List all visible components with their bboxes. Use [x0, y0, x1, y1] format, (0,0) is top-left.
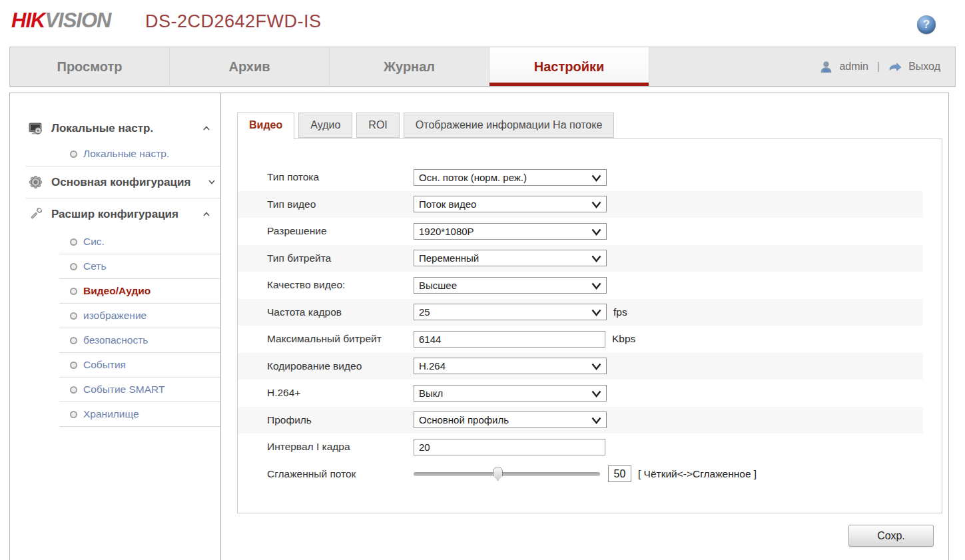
tab-label: Отображение информации На потоке [416, 119, 603, 131]
tab-roi[interactable]: ROI [356, 113, 399, 138]
field-label: Максимальный битрейт [267, 333, 414, 345]
app-header: HIKVISION DS-2CD2642FWD-IS ? [0, 0, 965, 45]
form-row-max-bitrate: Максимальный битрейт Kbps [238, 326, 942, 353]
sidebar-item-label: Событие SMART [83, 384, 165, 396]
video-type-select[interactable]: Поток видео [414, 196, 607, 212]
sidebar-item-label: Видео/Аудио [83, 285, 151, 297]
chevron-down-icon [591, 174, 601, 182]
tab-label: Видео [249, 119, 282, 131]
video-encoding-select[interactable]: H.264 [414, 358, 607, 374]
radio-bullet-icon [70, 238, 77, 246]
sidebar-item-local-settings[interactable]: Локальные настр. [10, 142, 220, 166]
sidebar-item-image[interactable]: изображение [10, 304, 220, 328]
form-rows: Тип потока Осн. поток (норм. реж.) Тип в… [238, 164, 942, 487]
select-value: Выкл [419, 388, 443, 399]
sidebar-group-basic-config[interactable]: Основная конфигурация [10, 166, 220, 198]
tab-video[interactable]: Видео [237, 113, 294, 139]
smooth-stream-slider[interactable] [414, 465, 600, 482]
nav-tab-label: Архив [228, 59, 270, 74]
sidebar-group-advanced-config[interactable]: Расшир конфигурация [10, 198, 220, 230]
form-row-stream-type: Тип потока Осн. поток (норм. реж.) [238, 164, 942, 191]
sidebar-item-label: Хранилище [83, 408, 139, 420]
advanced-config-icon [29, 207, 43, 221]
field-label: Тип потока [267, 171, 414, 183]
chevron-down-icon [591, 255, 601, 262]
sidebar-group-label: Локальные настр. [51, 122, 153, 135]
main-nav: Просмотр Архив Журнал Настройки admin | … [9, 47, 956, 87]
sidebar-item-network[interactable]: Сеть [10, 254, 220, 278]
logout-icon [888, 60, 902, 74]
select-value: Основной профиль [419, 414, 509, 425]
username: admin [839, 61, 868, 73]
sidebar-item-label: безопасность [83, 334, 148, 346]
form-row-smooth-stream: Сглаженный поток 50 [ Чёткий<->Сглаженно… [238, 461, 942, 488]
field-label: Сглаженный поток [267, 468, 414, 480]
radio-bullet-icon [70, 150, 77, 158]
sidebar-group-local-settings[interactable]: Локальные настр. [10, 115, 220, 142]
field-label: Разрешение [267, 225, 414, 237]
sidebar-item-security[interactable]: безопасность [10, 328, 220, 352]
content-tabs: Видео Аудио ROI Отображение информации Н… [237, 113, 618, 139]
unit-label: fps [613, 306, 627, 318]
select-value: 25 [419, 306, 430, 318]
logo-text-red: HIK [11, 9, 45, 32]
nav-tab-playback[interactable]: Архив [170, 47, 330, 86]
logout-label[interactable]: Выход [908, 61, 940, 73]
slider-handle[interactable] [493, 467, 503, 481]
sidebar-item-label: Сис. [83, 236, 105, 248]
slider-value-box[interactable]: 50 [608, 465, 631, 482]
sidebar-item-label: События [83, 359, 126, 371]
profile-select[interactable]: Основной профиль [414, 412, 607, 428]
resolution-select[interactable]: 1920*1080P [414, 223, 607, 240]
h264-plus-select[interactable]: Выкл [414, 385, 607, 402]
save-button[interactable]: Сохр. [848, 525, 934, 547]
field-label: Тип видео [267, 198, 414, 210]
field-label: H.264+ [267, 387, 414, 399]
max-bitrate-input[interactable] [414, 331, 605, 348]
field-label: Качество видео: [267, 279, 414, 291]
chevron-down-icon [591, 363, 601, 370]
tab-stream-info-display[interactable]: Отображение информации На потоке [404, 113, 615, 138]
sidebar-item-smart-event[interactable]: Событие SMART [10, 378, 220, 402]
sidebar-item-storage[interactable]: Хранилище [10, 402, 220, 426]
radio-bullet-icon [70, 386, 77, 394]
nav-tab-log[interactable]: Журнал [330, 47, 489, 86]
sidebar-divider [59, 426, 220, 427]
chevron-down-icon [591, 201, 601, 208]
chevron-up-icon [203, 126, 210, 131]
nav-tabs: Просмотр Архив Журнал Настройки [10, 47, 649, 86]
basic-config-icon [29, 175, 43, 189]
video-quality-select[interactable]: Высшее [414, 277, 607, 294]
user-icon [819, 60, 833, 74]
nav-tab-label: Настройки [534, 59, 605, 74]
stream-type-select[interactable]: Осн. поток (норм. реж.) [414, 169, 607, 186]
sidebar-item-system[interactable]: Сис. [10, 230, 220, 254]
frame-rate-select[interactable]: 25 [414, 304, 607, 320]
nav-tab-live-view[interactable]: Просмотр [10, 47, 170, 86]
help-icon[interactable]: ? [917, 15, 936, 34]
radio-bullet-icon [70, 362, 77, 369]
tab-audio[interactable]: Аудио [298, 113, 352, 138]
form-row-i-frame-interval: Интервал I кадра [238, 433, 942, 461]
field-label: Интервал I кадра [267, 441, 414, 453]
select-value: 1920*1080P [419, 226, 474, 237]
logo-text-gray: VISION [45, 9, 111, 32]
form-row-profile: Профиль Основной профиль [238, 407, 923, 434]
sidebar-item-video-audio[interactable]: Видео/Аудио [10, 279, 220, 303]
i-frame-interval-input[interactable] [414, 439, 605, 455]
field-label: Тип битрейта [267, 252, 414, 264]
chevron-down-icon [591, 282, 601, 290]
form-row-bitrate-type: Тип битрейта Переменный [238, 245, 923, 272]
field-label: Кодирование видео [267, 360, 414, 372]
tab-label: ROI [368, 119, 387, 131]
content-frame: Локальные настр. Локальные настр. [9, 93, 949, 560]
chevron-down-icon [208, 180, 215, 184]
slider-track[interactable] [414, 472, 600, 476]
sidebar-item-label: Локальные настр. [83, 148, 169, 160]
form-row-video-quality: Качество видео: Высшее [238, 272, 942, 299]
sidebar-item-events[interactable]: События [10, 353, 220, 377]
device-model-title: DS-2CD2642FWD-IS [145, 11, 322, 32]
bitrate-type-select[interactable]: Переменный [414, 250, 607, 266]
radio-bullet-icon [70, 337, 77, 344]
nav-tab-settings[interactable]: Настройки [489, 47, 649, 86]
